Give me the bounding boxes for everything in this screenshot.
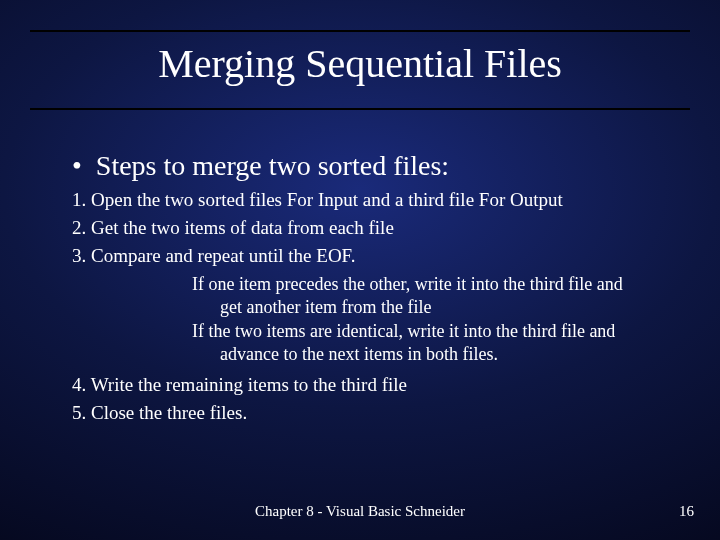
page-number: 16 [679,503,694,520]
substep-1-line1: If one item precedes the other, write it… [192,273,662,296]
step-3: 3. Compare and repeat until the EOF. [72,244,682,268]
substep-2-line2: advance to the next items in both files. [192,343,662,366]
step-2: 2. Get the two items of data from each f… [72,216,682,240]
step-5: 5. Close the three files. [72,401,682,425]
slide-body: • Steps to merge two sorted files: 1. Op… [72,150,682,425]
bullet-text: Steps to merge two sorted files: [96,150,449,182]
title-rule-top [30,30,690,32]
step-3-substeps: If one item precedes the other, write it… [192,273,662,365]
slide: Merging Sequential Files • Steps to merg… [0,0,720,540]
substep-1-line2: get another item from the file [192,296,662,319]
slide-title: Merging Sequential Files [0,40,720,87]
footer-text: Chapter 8 - Visual Basic Schneider [0,503,720,520]
substep-2-line1: If the two items are identical, write it… [192,320,662,343]
step-4: 4. Write the remaining items to the thir… [72,373,682,397]
bullet-item: • Steps to merge two sorted files: [72,150,682,182]
bullet-icon: • [72,152,82,180]
step-1: 1. Open the two sorted files For Input a… [72,188,682,212]
title-rule-bottom [30,108,690,110]
